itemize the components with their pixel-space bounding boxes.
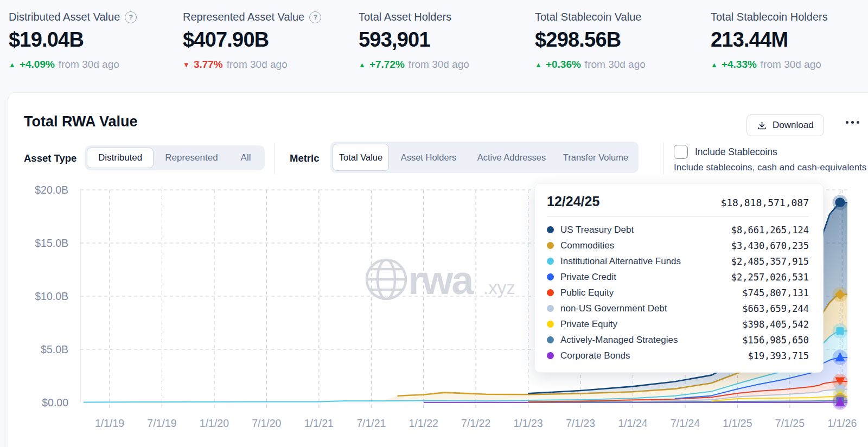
tooltip-row-value: $663,659,244 <box>742 303 809 314</box>
tooltip-row: Corporate Bonds$19,393,715 <box>547 348 809 363</box>
series-swatch-icon <box>547 336 554 343</box>
trend-arrow-icon: ▲ <box>9 61 16 69</box>
stat-total-stablecoin-value: Total Stablecoin Value $298.56B ▲+0.36%f… <box>535 11 646 71</box>
svg-text:1/1/25: 1/1/25 <box>723 417 752 429</box>
tooltip-row-label: Actively-Managed Strategies <box>560 335 742 346</box>
stat-delta: ▼3.77%from 30d ago <box>183 59 321 71</box>
svg-text:7/1/21: 7/1/21 <box>356 417 386 429</box>
tooltip-row-value: $2,257,026,531 <box>731 272 809 283</box>
series-swatch-icon <box>547 305 554 312</box>
svg-text:7/1/22: 7/1/22 <box>461 417 490 429</box>
tooltip-row-value: $3,430,670,235 <box>731 240 809 251</box>
series-swatch-icon <box>547 226 554 233</box>
tooltip-total-value: $18,818,571,087 <box>720 197 809 208</box>
tooltip-row: Private Credit$2,257,026,531 <box>547 269 809 285</box>
svg-text:1/1/19: 1/1/19 <box>95 417 124 429</box>
tooltip-row: Institutional Alternative Funds$2,485,35… <box>547 253 809 269</box>
trend-arrow-icon: ▼ <box>183 61 190 69</box>
series-swatch-icon <box>547 258 554 265</box>
tooltip-row: non-US Government Debt$663,659,244 <box>547 301 809 316</box>
help-icon[interactable]: ? <box>125 11 137 23</box>
tooltip-row-label: Corporate Bonds <box>560 350 748 361</box>
svg-text:1/1/26: 1/1/26 <box>827 417 857 429</box>
svg-text:7/1/23: 7/1/23 <box>566 417 595 429</box>
tooltip-row-value: $8,661,265,124 <box>731 225 809 235</box>
svg-text:1/1/20: 1/1/20 <box>200 417 229 429</box>
stat-label: Distributed Asset Value? <box>9 11 137 23</box>
svg-text:$10.0B: $10.0B <box>35 290 68 302</box>
svg-text:1/1/24: 1/1/24 <box>618 417 647 429</box>
stat-value: 593,901 <box>359 28 469 52</box>
series-swatch-icon <box>547 242 554 249</box>
hover-marker-icon <box>832 287 847 302</box>
svg-text:7/1/19: 7/1/19 <box>147 417 176 429</box>
series-swatch-icon <box>547 289 554 296</box>
stat-label: Total Stablecoin Holders <box>711 11 828 23</box>
tooltip-row-label: Institutional Alternative Funds <box>560 256 731 267</box>
hover-marker-icon <box>832 395 847 410</box>
stat-value: $298.56B <box>535 28 646 52</box>
tooltip-row-label: Public Equity <box>560 288 742 298</box>
tooltip-row-value: $19,393,715 <box>748 350 809 361</box>
tooltip-row-label: Private Equity <box>560 319 742 330</box>
hover-marker-icon <box>832 350 847 365</box>
stat-total-stablecoin-holders: Total Stablecoin Holders 213.44M ▲+4.33%… <box>711 11 828 71</box>
stat-delta: ▲+4.33%from 30d ago <box>711 59 828 71</box>
series-swatch-icon <box>547 273 554 280</box>
tooltip-row-label: non-US Government Debt <box>560 303 742 314</box>
svg-text:$15.0B: $15.0B <box>35 237 68 249</box>
series-swatch-icon <box>547 352 554 359</box>
chart-tooltip: 12/24/25 $18,818,571,087 US Treasury Deb… <box>534 183 824 373</box>
tooltip-row: US Treasury Debt$8,661,265,124 <box>547 222 809 238</box>
tooltip-row-label: US Treasury Debt <box>560 225 731 235</box>
trend-arrow-icon: ▲ <box>711 61 718 69</box>
stat-delta: ▲+0.36%from 30d ago <box>535 59 646 71</box>
help-icon[interactable]: ? <box>309 11 321 23</box>
tooltip-row: Private Equity$398,405,542 <box>547 316 809 332</box>
stat-delta: ▲+7.72%from 30d ago <box>359 59 469 71</box>
tooltip-row: Actively-Managed Strategies$156,985,650 <box>547 332 809 348</box>
svg-text:$0.00: $0.00 <box>42 397 68 408</box>
tooltip-row-value: $156,985,650 <box>742 335 809 346</box>
stat-total-asset-holders: Total Asset Holders 593,901 ▲+7.72%from … <box>359 11 469 71</box>
svg-text:1/1/22: 1/1/22 <box>409 417 438 429</box>
trend-arrow-icon: ▲ <box>535 61 542 69</box>
svg-text:7/1/24: 7/1/24 <box>671 417 700 429</box>
svg-text:.xyz: .xyz <box>483 278 515 298</box>
stat-delta: ▲+4.09%from 30d ago <box>9 59 137 71</box>
stat-value: $407.90B <box>183 28 321 52</box>
svg-text:1/1/21: 1/1/21 <box>304 417 334 429</box>
stat-value: 213.44M <box>711 28 828 52</box>
tooltip-row-value: $398,405,542 <box>742 319 809 330</box>
svg-text:7/1/25: 7/1/25 <box>775 417 805 429</box>
svg-text:rwa: rwa <box>408 258 474 303</box>
hover-marker-icon <box>832 323 847 339</box>
tooltip-row-value: $2,485,357,915 <box>731 256 809 267</box>
svg-text:$20.0B: $20.0B <box>35 184 68 196</box>
stat-distributed-asset-value: Distributed Asset Value? $19.04B ▲+4.09%… <box>9 11 137 71</box>
stat-label: Total Asset Holders <box>359 11 469 23</box>
tooltip-row-label: Private Credit <box>560 272 731 283</box>
stat-represented-asset-value: Represented Asset Value? $407.90B ▼3.77%… <box>183 11 321 71</box>
trend-arrow-icon: ▲ <box>359 61 366 69</box>
stat-label: Total Stablecoin Value <box>535 11 646 23</box>
tooltip-divider <box>547 216 809 217</box>
tooltip-row: Public Equity$745,807,131 <box>547 285 809 301</box>
tooltip-date: 12/24/25 <box>547 194 599 209</box>
tooltip-row: Commodities$3,430,670,235 <box>547 238 809 253</box>
svg-text:$5.0B: $5.0B <box>41 343 68 355</box>
stat-value: $19.04B <box>9 28 137 52</box>
hover-marker-icon <box>832 195 847 210</box>
svg-text:7/1/20: 7/1/20 <box>252 417 281 429</box>
rwa-xyz-watermark: rwa.xyz <box>367 258 515 303</box>
stat-label: Represented Asset Value? <box>183 11 321 23</box>
svg-text:1/1/23: 1/1/23 <box>514 417 543 429</box>
series-swatch-icon <box>547 321 554 328</box>
tooltip-row-label: Commodities <box>560 240 731 251</box>
tooltip-row-value: $745,807,131 <box>742 288 809 298</box>
